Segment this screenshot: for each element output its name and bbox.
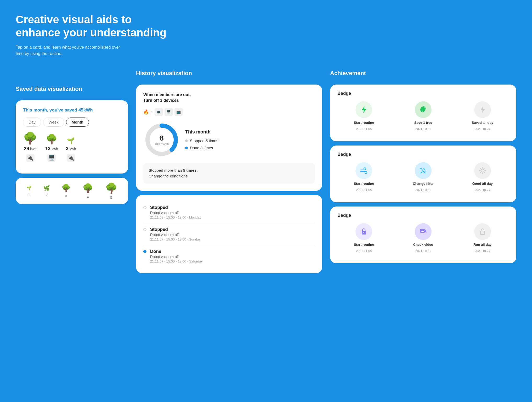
shuffle-icon bbox=[419, 167, 427, 175]
donut-number: 8 bbox=[155, 134, 169, 142]
badge-card-1: Badge Start routine 2021.11.05 bbox=[330, 85, 516, 141]
day-button[interactable]: Day bbox=[23, 118, 41, 127]
bar-chart: 🌳 29 kwh 🔌 🌳 13 kwh 🖥️ 🌱 3 kwh 🔌 bbox=[23, 132, 121, 162]
log-dot-1 bbox=[143, 206, 146, 209]
badge-date-2-1: 2021.11.05 bbox=[356, 188, 372, 192]
achievement-section-label: Achievement bbox=[330, 70, 516, 77]
strip-item-3: 🌳 3 bbox=[61, 184, 71, 198]
tree-icon-2: 🌳 bbox=[46, 135, 58, 144]
lock-icon bbox=[360, 228, 368, 236]
sun-gray-icon bbox=[479, 167, 486, 175]
log-dot-3 bbox=[143, 250, 146, 253]
strip-item-2: 🌿 2 bbox=[43, 185, 50, 197]
badge-card-2: Badge Start routine 2021.11.05 bbox=[330, 146, 516, 202]
badge-item-2-3: Good all day 2021.10.24 bbox=[456, 162, 509, 192]
lock-gray-icon bbox=[479, 228, 486, 236]
arrow-icon: › bbox=[151, 110, 152, 114]
left-column: Saved data visualization This month, you… bbox=[16, 70, 128, 204]
bar-kwh-1: 29 kwh bbox=[24, 146, 37, 152]
badge-icon-3-1 bbox=[355, 223, 372, 240]
log-content-2: Stopped Robot vacuum off 21.11.07 · 15:0… bbox=[150, 227, 201, 241]
history-section-label: History visualization bbox=[136, 70, 322, 77]
week-button[interactable]: Week bbox=[43, 118, 64, 127]
log-sub-3: Robot vacuum off bbox=[150, 255, 203, 259]
badge-icon-3-2 bbox=[415, 223, 432, 240]
saved-title-value: 45kWh bbox=[78, 108, 93, 113]
donut-center: 8 This month bbox=[155, 134, 169, 146]
donut-chart: 8 This month bbox=[143, 121, 180, 158]
saved-data-card: This month, you've saved 45kWh Day Week … bbox=[16, 100, 128, 174]
log-content-1: Stopped Robot vacuum off 21.11.08 · 15:0… bbox=[150, 205, 201, 219]
donut-subtitle: This month bbox=[155, 142, 169, 146]
log-title-2: Stopped bbox=[150, 227, 201, 232]
badge-item-3-3: Run all day 2021.10.24 bbox=[456, 223, 509, 253]
month-button[interactable]: Month bbox=[66, 118, 89, 127]
bar-col-1: 🌳 29 kwh 🔌 bbox=[23, 132, 37, 162]
log-entry-3: Done Robot vacuum off 21.11.07 · 15:00 -… bbox=[143, 245, 315, 267]
badge-title-1: Badge bbox=[337, 91, 509, 96]
badge-item-2-1: Start routine 2021.11.05 bbox=[337, 162, 390, 192]
history-card-header: When members are out,Turn off 3 devices bbox=[143, 92, 315, 104]
strip-tree-4: 🌳 bbox=[82, 183, 93, 193]
badge-name-2-1: Start routine bbox=[354, 182, 374, 186]
badge-icon-1-1 bbox=[355, 101, 372, 118]
saved-title-prefix: This month, you've saved bbox=[23, 108, 78, 113]
donut-area: 8 This month This month Stopped 5 times … bbox=[143, 121, 315, 158]
device-row: 🔥 › 💻 🖥️ 📺 bbox=[143, 108, 315, 116]
badge-item-3-2: Check video 2021.10.31 bbox=[397, 223, 450, 253]
log-title-1: Stopped bbox=[150, 205, 201, 210]
main-title: Creative visual aids to enhance your und… bbox=[16, 13, 173, 40]
badge-card-3: Badge Start routine 2021.11.05 bbox=[330, 206, 516, 263]
chip-3: 📺 bbox=[174, 108, 183, 116]
badge-name-3-1: Start routine bbox=[354, 243, 374, 247]
tree-icon-3: 🌱 bbox=[67, 138, 75, 144]
badge-name-1-1: Start routine bbox=[354, 121, 374, 125]
device-chips: 💻 🖥️ 📺 bbox=[155, 108, 183, 116]
badge-name-1-3: Saved all day bbox=[472, 121, 493, 125]
badge-date-1-2: 2021.10.31 bbox=[415, 127, 431, 131]
header-section: Creative visual aids to enhance your und… bbox=[16, 13, 516, 57]
log-title-3: Done bbox=[150, 249, 203, 254]
strip-tree-1: 🌱 bbox=[26, 186, 32, 191]
badge-date-2-2: 2021.10.31 bbox=[415, 188, 431, 192]
chip-2: 🖥️ bbox=[165, 108, 173, 116]
lightning-icon bbox=[360, 106, 368, 114]
badge-title-3: Badge bbox=[337, 213, 509, 218]
bar-kwh-2: 13 kwh bbox=[45, 146, 58, 152]
device-icon-2: 🖥️ bbox=[47, 154, 56, 162]
badge-date-1-3: 2021.10.24 bbox=[475, 127, 490, 131]
strip-item-5: 🌳 5 bbox=[105, 182, 117, 199]
badge-item-2-2: Change filter 2021.10.31 bbox=[397, 162, 450, 192]
strip-card: 🌱 1 🌿 2 🌳 3 🌳 4 🌳 5 bbox=[16, 178, 128, 204]
history-card: When members are out,Turn off 3 devices … bbox=[136, 85, 322, 191]
badge-name-3-3: Run all day bbox=[473, 243, 491, 247]
badge-item-3-1: Start routine 2021.11.05 bbox=[337, 223, 390, 253]
badge-icon-1-3 bbox=[474, 101, 491, 118]
fire-icon: 🔥 bbox=[143, 109, 149, 115]
legend-dot-done bbox=[185, 147, 188, 149]
strip-item-4: 🌳 4 bbox=[82, 183, 93, 199]
device-icon-1: 🔌 bbox=[26, 154, 35, 162]
legend-done-label: Done 3 times bbox=[190, 146, 213, 150]
log-content-3: Done Robot vacuum off 21.11.07 · 15:00 -… bbox=[150, 249, 203, 263]
subtitle: Tap on a card, and learn what you've acc… bbox=[16, 44, 128, 57]
bar-col-3: 🌱 3 kwh 🔌 bbox=[66, 138, 76, 162]
badge-date-2-3: 2021.10.24 bbox=[475, 188, 490, 192]
wind-icon bbox=[360, 167, 368, 175]
donut-legend: This month Stopped 5 times Done 3 times bbox=[185, 129, 218, 150]
legend-stopped-label: Stopped 5 times bbox=[190, 138, 218, 143]
badge-row-1: Start routine 2021.11.05 Save 1 tree 202… bbox=[337, 101, 509, 131]
check-video-icon bbox=[419, 228, 427, 236]
badge-icon-1-2 bbox=[415, 101, 432, 118]
strip-num-3: 3 bbox=[65, 194, 67, 198]
bar-col-2: 🌳 13 kwh 🖥️ bbox=[45, 135, 58, 162]
badge-item-1-3: Saved all day 2021.10.24 bbox=[456, 101, 509, 131]
svg-point-4 bbox=[363, 232, 364, 233]
tree-icon-1: 🌳 bbox=[23, 132, 37, 144]
badge-item-1-2: Save 1 tree 2021.10.31 bbox=[397, 101, 450, 131]
badge-name-2-2: Change filter bbox=[413, 182, 433, 186]
stopped-message: Stopped more than 5 times.Change the con… bbox=[143, 163, 315, 183]
svg-rect-6 bbox=[480, 231, 485, 234]
log-entry-2: Stopped Robot vacuum off 21.11.07 · 15:0… bbox=[143, 223, 315, 245]
badge-date-3-3: 2021.10.24 bbox=[475, 249, 490, 253]
